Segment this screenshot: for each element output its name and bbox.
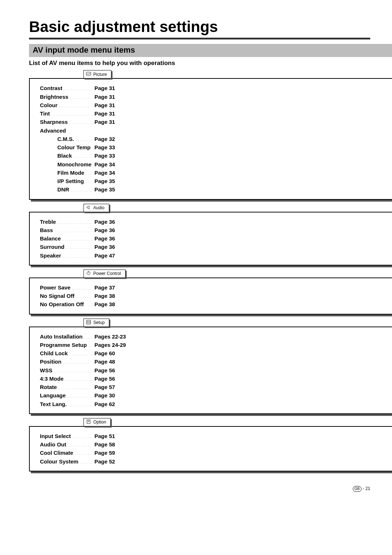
- leader-dots: [73, 152, 93, 158]
- option-icon: [86, 419, 91, 425]
- picture-icon: [86, 71, 91, 77]
- page-reference: Page 33: [93, 143, 392, 151]
- menu-row: LanguagePage 30: [38, 391, 392, 400]
- menu-item-label: Programme Setup: [38, 341, 88, 349]
- tab-audio: Audio: [83, 204, 109, 212]
- menu-item-label: Balance: [38, 234, 62, 243]
- menu-row: Colour SystemPage 52: [38, 457, 392, 466]
- menu-row: SharpnessPage 31: [38, 118, 392, 126]
- menu-item-label: No Signal Off: [38, 292, 76, 300]
- page-reference: Page 34: [93, 169, 392, 177]
- menu-item-label: No Operation Off: [38, 300, 85, 308]
- menu-row: BalancePage 36: [38, 234, 392, 243]
- leader-dots: [88, 341, 93, 347]
- menu-row: Cool ClimatePage 59: [38, 449, 392, 457]
- page-reference: Page 38: [93, 292, 392, 300]
- page-reference: Page 37: [93, 283, 392, 292]
- menu-item-label: 4:3 Mode: [38, 374, 65, 383]
- av-column: AV input mode menu items List of AV menu…: [29, 44, 392, 475]
- tab-picture: Picture: [83, 70, 111, 78]
- menu-item-label: Text Lang.: [38, 400, 68, 408]
- page-reference: Page 48: [93, 357, 392, 366]
- rule-thick: [29, 38, 370, 39]
- page-reference: Page 31: [93, 84, 392, 92]
- av-setup-card: Auto InstallationPages 22-23Programme Se…: [29, 327, 392, 414]
- menu-item-label: C.M.S.: [56, 135, 75, 143]
- menu-row: No Operation OffPage 38: [38, 300, 392, 308]
- menu-row: No Signal OffPage 38: [38, 292, 392, 300]
- leader-dots: [84, 333, 93, 339]
- menu-row: Programme SetupPages 24-29: [38, 341, 392, 349]
- page-reference: Page 47: [93, 251, 392, 260]
- menu-row: ContrastPage 31: [38, 84, 392, 92]
- menu-item-label: Bass: [38, 226, 54, 234]
- page-reference: Page 35: [93, 177, 392, 185]
- page-reference: Page 62: [93, 400, 392, 408]
- page-reference: Page 36: [93, 234, 392, 243]
- leader-dots: [86, 169, 93, 175]
- menu-item-label: Auto Installation: [38, 332, 84, 341]
- menu-item-label: Input Select: [38, 432, 72, 440]
- leader-dots: [54, 367, 93, 372]
- menu-item-label: Treble: [38, 218, 57, 226]
- leader-dots: [80, 458, 93, 463]
- audio-icon: [86, 205, 91, 211]
- page-title: Basic adjustment settings: [29, 18, 370, 36]
- rule-thin: [29, 39, 370, 40]
- tab-setup: Setup: [83, 319, 109, 327]
- menu-row: 4:3 ModePage 56: [38, 374, 392, 383]
- menu-row: RotatePage 57: [38, 383, 392, 391]
- menu-row: C.M.S.Page 32: [38, 135, 392, 143]
- menu-row: Auto InstallationPages 22-23: [38, 332, 392, 341]
- leader-dots: [68, 401, 93, 406]
- menu-item-label: Monochrome: [56, 160, 93, 169]
- menu-item-label: DNR: [56, 185, 71, 194]
- menu-item-label: Cool Climate: [38, 449, 75, 457]
- page-reference: Page 36: [93, 218, 392, 226]
- leader-dots: [68, 441, 93, 446]
- page-reference: Page 59: [93, 449, 392, 457]
- menu-row: Advanced: [38, 126, 392, 135]
- av-option-card: Input SelectPage 51Audio OutPage 58Cool …: [29, 426, 392, 471]
- leader-dots: [70, 93, 93, 99]
- svg-rect-0: [86, 72, 91, 76]
- page-reference: Page 58: [93, 440, 392, 449]
- menu-item-label: Sharpness: [38, 118, 69, 126]
- menu-item-label: Tint: [38, 109, 51, 118]
- tab-label: Audio: [93, 205, 105, 210]
- page-reference: Page 51: [93, 432, 392, 440]
- menu-row: Colour TempPage 33: [38, 143, 392, 151]
- menu-item-label: I/P Setting: [56, 177, 85, 185]
- menu-row: TreblePage 36: [38, 218, 392, 226]
- menu-item-label: Speaker: [38, 251, 62, 260]
- menu-row: TintPage 31: [38, 109, 392, 118]
- leader-dots: [59, 102, 93, 107]
- page-reference: Page 31: [93, 118, 392, 126]
- leader-dots: [63, 358, 93, 364]
- tab-power: Power Control: [83, 270, 126, 278]
- menu-row: BassPage 36: [38, 226, 392, 234]
- page-reference: Page 57: [93, 383, 392, 391]
- menu-item-label: Advanced: [38, 126, 68, 135]
- menu-item-label: Position: [38, 357, 63, 366]
- leader-dots: [85, 301, 93, 306]
- page-reference: Page 32: [93, 135, 392, 143]
- page-reference: Page 56: [93, 366, 392, 374]
- menu-item-label: Language: [38, 391, 67, 400]
- menu-item-label: Black: [56, 151, 73, 160]
- menu-row: I/P SettingPage 35: [38, 177, 392, 185]
- menu-item-label: Colour Temp: [56, 143, 92, 151]
- tab-label: Picture: [93, 72, 107, 77]
- leader-dots: [62, 235, 93, 240]
- menu-row: MonochromePage 34: [38, 160, 392, 169]
- av-subtitle: List of AV menu items to help you with o…: [29, 59, 392, 67]
- leader-dots: [72, 284, 93, 289]
- menu-row: Text Lang.Page 62: [38, 400, 392, 408]
- menu-row: Power SavePage 37: [38, 283, 392, 292]
- page-reference: Page 33: [93, 151, 392, 160]
- tab-label: Setup: [93, 320, 105, 325]
- av-power-card: Power SavePage 37No Signal OffPage 38No …: [29, 278, 392, 315]
- menu-item-label: Rotate: [38, 383, 58, 391]
- leader-dots: [57, 218, 93, 224]
- av-audio-card: TreblePage 36BassPage 36BalancePage 36Su…: [29, 212, 392, 266]
